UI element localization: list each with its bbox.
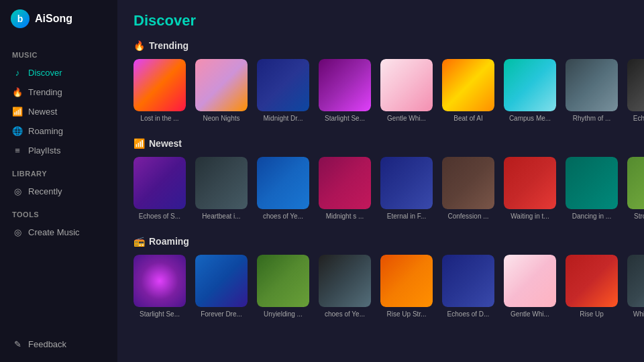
- app-logo-icon: b: [11, 9, 30, 28]
- music-label-newest-8: Strolling in ...: [627, 213, 644, 220]
- music-label-newest-5: Confession ...: [442, 213, 494, 220]
- music-card-trending-3[interactable]: Starlight Se...: [319, 59, 371, 122]
- sidebar-item-trending-label: Trending: [28, 87, 62, 97]
- music-card-trending-7[interactable]: Rhythm of ...: [566, 59, 618, 122]
- music-card-trending-4[interactable]: Gentle Whi...: [380, 59, 433, 122]
- sidebar-item-playlists-label: PlaylIsts: [28, 145, 60, 156]
- music-card-trending-8[interactable]: Echoes of T...: [627, 59, 644, 122]
- music-label-trending-0: Lost in the ...: [133, 115, 186, 122]
- music-card-newest-0[interactable]: Echoes of S...: [133, 157, 186, 220]
- music-label-roaming-8: Whispers in...: [627, 310, 644, 318]
- music-card-newest-3[interactable]: Midnight s ...: [319, 157, 371, 220]
- trending-section-header: 🔥 Trending: [133, 40, 628, 51]
- sidebar-item-discover-label: Discover: [28, 68, 62, 78]
- sidebar-item-newest[interactable]: 📶 Newest: [11, 103, 117, 120]
- music-label-newest-7: Dancing in ...: [566, 213, 618, 220]
- music-card-newest-6[interactable]: Waiting in t...: [504, 157, 556, 220]
- page-title: Discover: [133, 12, 628, 29]
- music-label-roaming-6: Gentle Whi...: [504, 310, 556, 318]
- sidebar-item-discover[interactable]: ♪ Discover: [11, 64, 117, 81]
- music-card-roaming-7[interactable]: Rise Up: [566, 255, 618, 318]
- music-card-newest-8[interactable]: Strolling in ...: [627, 157, 644, 220]
- music-label-roaming-7: Rise Up: [566, 310, 618, 318]
- music-label-trending-6: Campus Me...: [504, 115, 556, 122]
- feedback-icon: ✎: [12, 339, 23, 349]
- music-section-label: Music: [11, 51, 117, 59]
- logo-area: b AiSong: [11, 9, 117, 28]
- music-card-trending-1[interactable]: Neon Nights: [195, 59, 248, 122]
- trending-section-icon: 🔥: [133, 40, 145, 51]
- music-label-trending-4: Gentle Whi...: [380, 115, 433, 122]
- discover-icon: ♪: [12, 68, 23, 78]
- sidebar-item-roaming-label: Roaming: [28, 126, 63, 136]
- music-card-roaming-5[interactable]: Echoes of D...: [442, 255, 494, 318]
- roaming-section-label: Roaming: [149, 236, 189, 247]
- sidebar-item-roaming[interactable]: 🌐 Roaming: [11, 123, 117, 139]
- main-content: Discover 🔥 Trending Lost in the ...Neon …: [117, 0, 644, 362]
- create-music-icon: ◎: [12, 227, 23, 237]
- music-label-newest-2: choes of Ye...: [257, 213, 309, 220]
- recently-icon: ◎: [12, 186, 23, 196]
- music-label-newest-0: Echoes of S...: [133, 213, 186, 220]
- music-label-roaming-2: Unyielding ...: [257, 310, 309, 318]
- sidebar-item-feedback[interactable]: ✎ Feedback: [11, 336, 117, 353]
- music-label-roaming-3: choes of Ye...: [319, 310, 371, 318]
- sidebar-item-playlists[interactable]: ≡ PlaylIsts: [11, 142, 117, 159]
- roaming-grid: Starlight Se...Forever Dre...Unyielding …: [133, 255, 628, 318]
- music-label-newest-4: Eternal in F...: [380, 213, 433, 220]
- music-card-newest-7[interactable]: Dancing in ...: [566, 157, 618, 220]
- newest-grid: Echoes of S...Heartbeat i...choes of Ye.…: [133, 157, 628, 220]
- music-card-roaming-3[interactable]: choes of Ye...: [319, 255, 371, 318]
- music-card-trending-5[interactable]: Beat of AI: [442, 59, 494, 122]
- trending-grid: Lost in the ...Neon NightsMidnight Dr...…: [133, 59, 628, 122]
- roaming-section-icon: 📻: [133, 236, 145, 247]
- music-card-trending-6[interactable]: Campus Me...: [504, 59, 556, 122]
- music-card-newest-1[interactable]: Heartbeat i...: [195, 157, 248, 220]
- roaming-section-header: 📻 Roaming: [133, 236, 628, 247]
- newest-section-label: Newest: [149, 138, 182, 149]
- music-label-roaming-5: Echoes of D...: [442, 310, 494, 318]
- roaming-icon: 🌐: [12, 126, 23, 136]
- music-label-trending-2: Midnight Dr...: [257, 115, 309, 122]
- music-label-trending-5: Beat of AI: [442, 115, 494, 122]
- music-label-trending-7: Rhythm of ...: [566, 115, 618, 122]
- newest-section-header: 📶 Newest: [133, 138, 628, 149]
- newest-section-icon: 📶: [133, 138, 145, 149]
- music-label-newest-3: Midnight s ...: [319, 213, 371, 220]
- music-card-roaming-0[interactable]: Starlight Se...: [133, 255, 186, 318]
- music-label-trending-1: Neon Nights: [195, 115, 248, 122]
- music-label-roaming-4: Rise Up Str...: [380, 310, 433, 318]
- music-card-roaming-8[interactable]: Whispers in...: [627, 255, 644, 318]
- newest-icon: 📶: [12, 107, 23, 117]
- tools-section-label: Tools: [11, 210, 117, 219]
- app-logo-text: AiSong: [35, 13, 72, 25]
- music-card-roaming-4[interactable]: Rise Up Str...: [380, 255, 433, 318]
- music-card-newest-5[interactable]: Confession ...: [442, 157, 494, 220]
- music-card-trending-2[interactable]: Midnight Dr...: [257, 59, 309, 122]
- music-label-trending-3: Starlight Se...: [319, 115, 371, 122]
- sidebar-item-recently-label: Recently: [28, 186, 62, 196]
- music-card-roaming-1[interactable]: Forever Dre...: [195, 255, 248, 318]
- music-label-newest-1: Heartbeat i...: [195, 213, 248, 220]
- music-label-roaming-0: Starlight Se...: [133, 310, 186, 318]
- music-label-trending-8: Echoes of T...: [627, 115, 644, 122]
- sidebar-item-create-music[interactable]: ◎ Create Music: [11, 224, 117, 241]
- music-card-newest-2[interactable]: choes of Ye...: [257, 157, 309, 220]
- sidebar-item-trending[interactable]: 🔥 Trending: [11, 84, 117, 101]
- playlists-icon: ≡: [12, 145, 23, 156]
- music-label-roaming-1: Forever Dre...: [195, 310, 248, 318]
- music-card-roaming-2[interactable]: Unyielding ...: [257, 255, 309, 318]
- music-card-roaming-6[interactable]: Gentle Whi...: [504, 255, 556, 318]
- trending-icon: 🔥: [12, 87, 23, 97]
- sidebar-item-recently[interactable]: ◎ Recently: [11, 183, 117, 200]
- sidebar-item-feedback-label: Feedback: [28, 339, 66, 349]
- sidebar-item-create-music-label: Create Music: [28, 227, 80, 237]
- music-card-trending-0[interactable]: Lost in the ...: [133, 59, 186, 122]
- sidebar: b AiSong Music ♪ Discover 🔥 Trending 📶 N…: [0, 0, 117, 362]
- trending-section-label: Trending: [149, 40, 189, 51]
- sidebar-item-newest-label: Newest: [28, 107, 57, 117]
- library-section-label: Library: [11, 170, 117, 178]
- music-label-newest-6: Waiting in t...: [504, 213, 556, 220]
- music-card-newest-4[interactable]: Eternal in F...: [380, 157, 433, 220]
